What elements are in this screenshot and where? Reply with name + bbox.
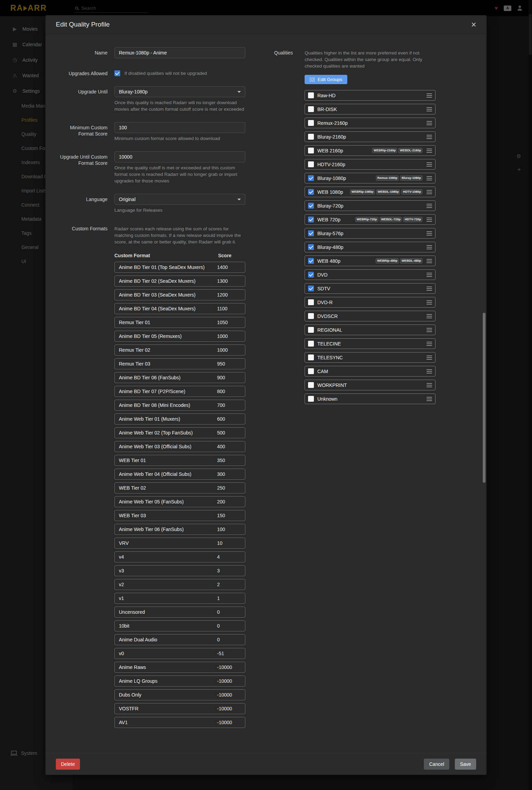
drag-handle-icon[interactable] <box>427 150 432 151</box>
quality-item[interactable]: Bluray-2160p <box>305 131 436 142</box>
upgrade-until-select[interactable]: Bluray-1080p <box>114 86 245 97</box>
quality-checkbox[interactable] <box>308 313 314 319</box>
quality-checkbox[interactable] <box>308 244 314 250</box>
quality-item[interactable]: SDTV <box>305 283 436 294</box>
drag-handle-icon[interactable] <box>427 274 432 275</box>
custom-format-row[interactable]: Anime BD Tier 02 (SeaDex Muxers)1300 <box>114 276 245 287</box>
quality-checkbox[interactable] <box>308 341 314 347</box>
custom-format-row[interactable]: WEB Tier 02250 <box>114 482 245 493</box>
drag-handle-icon[interactable] <box>427 302 432 303</box>
custom-format-row[interactable]: Anime BD Tier 04 (SeaDex Muxers)1100 <box>114 303 245 314</box>
modal-scrollbar-thumb[interactable] <box>483 313 485 483</box>
drag-handle-icon[interactable] <box>427 123 432 123</box>
drag-handle-icon[interactable] <box>427 219 432 220</box>
quality-checkbox[interactable] <box>308 134 314 140</box>
drag-handle-icon[interactable] <box>427 95 432 96</box>
quality-checkbox[interactable] <box>308 189 314 195</box>
custom-format-row[interactable]: Anime Web Tier 05 (FanSubs)200 <box>114 496 245 507</box>
custom-format-row[interactable]: 10bit0 <box>114 620 245 631</box>
quality-item[interactable]: WORKPRINT <box>305 380 436 390</box>
drag-handle-icon[interactable] <box>427 206 432 206</box>
quality-item[interactable]: REGIONAL <box>305 324 436 335</box>
drag-handle-icon[interactable] <box>427 385 432 386</box>
quality-item[interactable]: TELECINE <box>305 338 436 349</box>
custom-format-row[interactable]: v22 <box>114 579 245 590</box>
custom-format-row[interactable]: v33 <box>114 565 245 576</box>
drag-handle-icon[interactable] <box>427 343 432 344</box>
custom-format-row[interactable]: AV1-10000 <box>114 717 245 728</box>
min-custom-format-score-input[interactable] <box>114 122 245 133</box>
name-input[interactable] <box>114 47 245 58</box>
quality-checkbox[interactable] <box>308 258 314 264</box>
drag-handle-icon[interactable] <box>427 109 432 110</box>
custom-format-row[interactable]: Remux Tier 021000 <box>114 344 245 356</box>
custom-format-row[interactable]: Anime Web Tier 03 (Official Subs)400 <box>114 441 245 452</box>
drag-handle-icon[interactable] <box>427 399 432 399</box>
quality-checkbox[interactable] <box>308 161 314 167</box>
language-select[interactable]: Original <box>114 194 245 205</box>
quality-item[interactable]: WEB 720pWEBRip-720pWEBDL-720pHDTV-720p <box>305 214 436 225</box>
close-icon[interactable]: × <box>471 20 476 29</box>
custom-format-row[interactable]: v44 <box>114 551 245 562</box>
quality-item[interactable]: Raw-HD <box>305 90 436 101</box>
delete-button[interactable]: Delete <box>56 759 80 770</box>
quality-item[interactable]: CAM <box>305 366 436 377</box>
drag-handle-icon[interactable] <box>427 261 432 261</box>
quality-item[interactable]: Unknown <box>305 393 436 404</box>
custom-format-row[interactable]: Remux Tier 011050 <box>114 317 245 328</box>
drag-handle-icon[interactable] <box>427 137 432 137</box>
quality-checkbox[interactable] <box>308 92 314 98</box>
quality-checkbox[interactable] <box>308 368 314 374</box>
quality-item[interactable]: DVD <box>305 269 436 280</box>
custom-format-row[interactable]: WEB Tier 01350 <box>114 455 245 466</box>
custom-format-row[interactable]: Anime BD Tier 05 (Remuxes)1000 <box>114 331 245 342</box>
custom-format-row[interactable]: Dubs Only-10000 <box>114 689 245 700</box>
custom-format-row[interactable]: VRV10 <box>114 538 245 549</box>
custom-format-row[interactable]: Anime BD Tier 03 (SeaDex Muxers)1200 <box>114 289 245 300</box>
custom-format-row[interactable]: Anime Web Tier 02 (Top FanSubs)500 <box>114 427 245 438</box>
custom-format-row[interactable]: Anime Dual Audio0 <box>114 634 245 645</box>
quality-checkbox[interactable] <box>308 286 314 291</box>
quality-checkbox[interactable] <box>308 120 314 126</box>
save-button[interactable]: Save <box>455 759 476 770</box>
quality-checkbox[interactable] <box>308 217 314 222</box>
quality-checkbox[interactable] <box>308 203 314 209</box>
quality-item[interactable]: Bluray-576p <box>305 228 436 239</box>
quality-checkbox[interactable] <box>308 148 314 153</box>
drag-handle-icon[interactable] <box>427 233 432 234</box>
drag-handle-icon[interactable] <box>427 164 432 165</box>
upgrade-until-custom-format-score-input[interactable] <box>114 151 245 162</box>
custom-format-row[interactable]: Uncensored0 <box>114 607 245 618</box>
cancel-button[interactable]: Cancel <box>424 759 449 770</box>
custom-format-row[interactable]: Anime Web Tier 01 (Muxers)600 <box>114 413 245 424</box>
edit-groups-button[interactable]: Edit Groups <box>305 75 347 84</box>
drag-handle-icon[interactable] <box>427 316 432 317</box>
custom-format-row[interactable]: VOSTFR-10000 <box>114 703 245 714</box>
quality-checkbox[interactable] <box>308 175 314 181</box>
custom-format-row[interactable]: Anime BD Tier 08 (Mini Encodes)700 <box>114 400 245 411</box>
quality-checkbox[interactable] <box>308 299 314 305</box>
quality-checkbox[interactable] <box>308 396 314 402</box>
custom-format-row[interactable]: Anime Web Tier 06 (FanSubs)100 <box>114 524 245 535</box>
quality-item[interactable]: Bluray-1080pRemux-1080pBluray-1080p <box>305 173 436 183</box>
quality-item[interactable]: BR-DISK <box>305 104 436 114</box>
drag-handle-icon[interactable] <box>427 357 432 358</box>
custom-format-row[interactable]: WEB Tier 03150 <box>114 510 245 521</box>
quality-item[interactable]: Bluray-480p <box>305 242 436 252</box>
quality-checkbox[interactable] <box>308 382 314 388</box>
drag-handle-icon[interactable] <box>427 178 432 179</box>
quality-item[interactable]: WEB 480pWEBRip-480pWEBDL-480p <box>305 256 436 266</box>
custom-format-row[interactable]: Anime BD Tier 07 (P2P/Scene)800 <box>114 386 245 397</box>
upgrades-allowed-checkbox[interactable] <box>114 70 120 76</box>
quality-checkbox[interactable] <box>308 106 314 112</box>
drag-handle-icon[interactable] <box>427 288 432 289</box>
custom-format-row[interactable]: v11 <box>114 593 245 604</box>
custom-format-row[interactable]: Anime Web Tier 04 (Official Subs)300 <box>114 469 245 480</box>
custom-format-row[interactable]: Remux Tier 03950 <box>114 358 245 369</box>
quality-item[interactable]: DVDSCR <box>305 311 436 321</box>
quality-checkbox[interactable] <box>308 272 314 278</box>
quality-item[interactable]: TELESYNC <box>305 352 436 363</box>
drag-handle-icon[interactable] <box>427 371 432 372</box>
quality-checkbox[interactable] <box>308 354 314 360</box>
quality-item[interactable]: Remux-2160p <box>305 118 436 128</box>
